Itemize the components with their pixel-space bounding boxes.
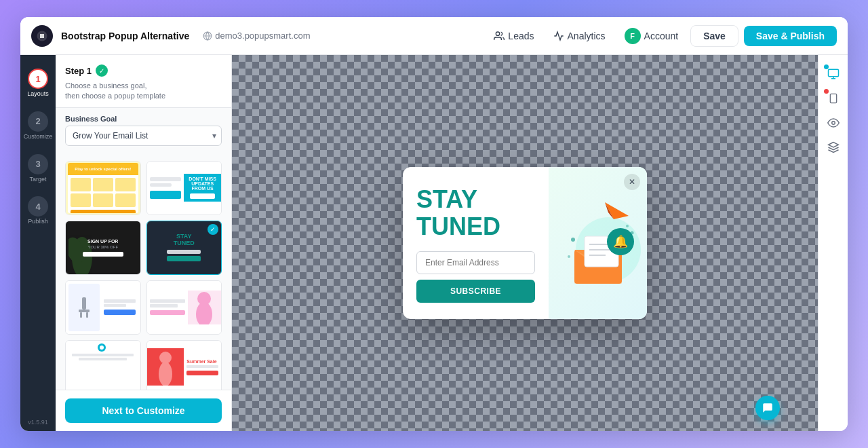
leads-icon (494, 31, 505, 41)
svg-point-3 (496, 32, 500, 35)
app-title: Bootstrap Popup Alternative (61, 31, 189, 41)
leads-label: Leads (508, 31, 534, 41)
step-4-label: Publish (28, 218, 48, 225)
panel-header: Step 1 ✓ Choose a business goal, then ch… (56, 55, 231, 108)
desktop-view-button[interactable] (823, 63, 844, 85)
popup-illustration: 🔔 (554, 189, 642, 297)
svg-point-12 (159, 362, 172, 386)
step-4-circle: 4 (28, 196, 48, 217)
step-3-label: Target (29, 176, 46, 183)
save-button[interactable]: Save (690, 25, 738, 47)
widget-button[interactable] (823, 136, 844, 158)
account-label: Account (644, 31, 679, 41)
step-1-layouts[interactable]: 1 Layouts (24, 63, 52, 103)
template-card-8[interactable]: Summer Sale (146, 340, 222, 390)
svg-point-26 (571, 238, 575, 242)
step-3-circle: 3 (28, 154, 48, 174)
svg-rect-9 (86, 312, 88, 318)
svg-point-28 (568, 255, 570, 258)
svg-point-27 (630, 231, 633, 235)
popup-preview: ✕ STAY TUNED SUBSCRIBE (403, 167, 647, 318)
step-2-circle: 2 (28, 111, 48, 132)
popup-email-input[interactable] (416, 251, 535, 274)
popup-subscribe-button[interactable]: SUBSCRIBE (416, 280, 535, 303)
template-card-3[interactable]: SIGN UP FOR YOUR 30% OFF (65, 221, 141, 275)
template-card-7[interactable] (65, 340, 141, 390)
selected-check-icon: ✓ (208, 224, 218, 235)
eye-icon (827, 117, 840, 129)
template-card-5[interactable] (65, 280, 141, 335)
chat-support-button[interactable] (755, 396, 780, 420)
svg-text:🔔: 🔔 (613, 234, 629, 249)
templates-panel: Step 1 ✓ Choose a business goal, then ch… (56, 55, 232, 431)
popup-left-side: STAY TUNED SUBSCRIBE (403, 167, 549, 318)
version-label: v1.5.91 (28, 419, 48, 431)
template-card-6[interactable] (146, 280, 222, 335)
desktop-active-dot (824, 64, 829, 69)
app-logo (31, 25, 53, 47)
url-text: demo3.popupsmart.com (215, 31, 310, 41)
svg-point-29 (626, 225, 629, 227)
nav-items: Leads Analytics F Account Save Save & Pu… (487, 24, 837, 48)
analytics-icon (553, 31, 564, 41)
mobile-view-button[interactable] (823, 88, 844, 109)
svg-rect-8 (80, 312, 82, 318)
svg-point-11 (197, 292, 211, 305)
mobile-icon (828, 92, 839, 105)
svg-rect-33 (830, 94, 836, 102)
svg-rect-30 (828, 69, 838, 77)
svg-point-13 (159, 352, 172, 364)
nav-account[interactable]: F Account (618, 24, 686, 48)
business-goal-select[interactable]: Grow Your Email List Increase Sales Anno… (65, 126, 222, 146)
mobile-active-dot (824, 89, 829, 94)
next-customize-button[interactable]: Next to Customize (65, 398, 222, 423)
svg-rect-7 (79, 310, 90, 312)
header: Bootstrap Popup Alternative demo3.popups… (20, 17, 848, 55)
save-publish-button[interactable]: Save & Publish (744, 26, 837, 46)
step-subtitle: Choose a business goal, then choose a po… (65, 81, 222, 102)
step-2-label: Customize (24, 133, 53, 141)
steps-sidebar: 1 Layouts 2 Customize 3 Target 4 (20, 55, 56, 431)
site-url: demo3.popupsmart.com (203, 31, 310, 41)
view-toolbar (818, 55, 848, 431)
step-4-publish[interactable]: 4 Publish (24, 191, 52, 231)
panel-footer: Next to Customize (56, 390, 231, 431)
step-1-label: Layouts (27, 90, 49, 98)
nav-analytics[interactable]: Analytics (547, 26, 612, 45)
step-1-circle: 1 (28, 69, 48, 89)
popup-content: STAY TUNED SUBSCRIBE (403, 167, 647, 318)
step-check-icon: ✓ (96, 64, 108, 77)
step-3-target[interactable]: 3 Target (24, 149, 52, 189)
account-avatar: F (625, 28, 641, 44)
popup-title: STAY TUNED (416, 186, 535, 240)
nav-leads[interactable]: Leads (487, 26, 540, 45)
step-indicator: Step 1 ✓ (65, 64, 222, 77)
widget-icon (827, 141, 840, 153)
templates-grid: Play to unlock special offers! (56, 154, 231, 390)
template-card-1[interactable]: Play to unlock special offers! (65, 161, 141, 215)
business-goal-dropdown-wrapper: Grow Your Email List Increase Sales Anno… (65, 126, 222, 146)
desktop-icon (827, 68, 840, 80)
svg-rect-6 (82, 297, 86, 310)
step-title: Step 1 (65, 66, 92, 76)
business-goal-label: Business Goal (65, 115, 222, 123)
analytics-label: Analytics (568, 31, 606, 41)
template-card-4-selected[interactable]: STAYTUNED ✓ (146, 221, 222, 275)
svg-point-35 (831, 122, 835, 125)
chat-icon (762, 402, 774, 414)
body-area: 1 Layouts 2 Customize 3 Target 4 (20, 55, 848, 431)
preview-button[interactable] (823, 112, 844, 134)
template-card-2[interactable]: DON'T MISSUPDATES FROM US (146, 161, 222, 215)
step-2-customize[interactable]: 2 Customize (24, 106, 52, 146)
canvas-area: ✕ STAY TUNED SUBSCRIBE (232, 55, 818, 431)
